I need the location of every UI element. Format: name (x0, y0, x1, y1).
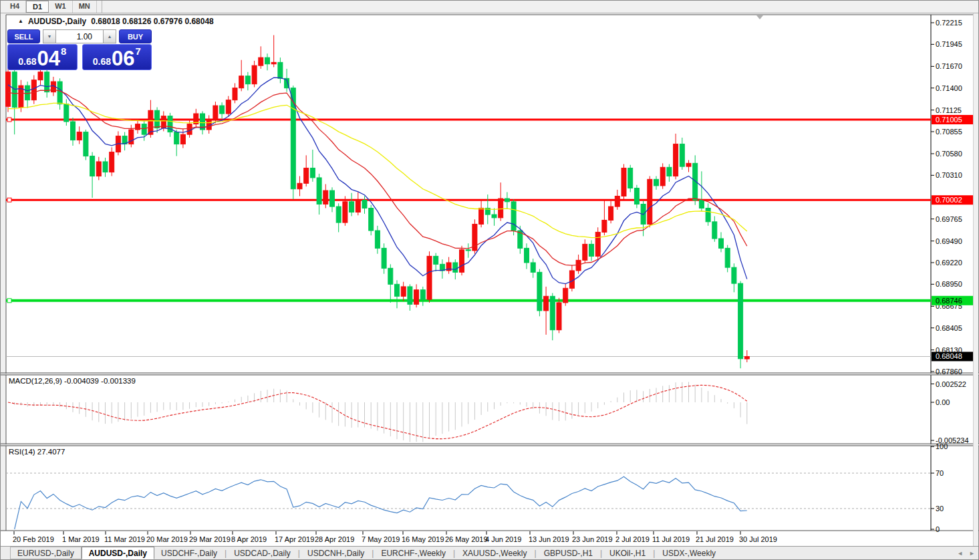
svg-text:0.68048: 0.68048 (936, 352, 962, 360)
svg-text:23 Jun 2019: 23 Jun 2019 (572, 535, 613, 543)
svg-text:21 Jul 2019: 21 Jul 2019 (696, 535, 734, 543)
buy-button[interactable]: BUY (119, 29, 152, 43)
lot-decrease-button[interactable]: ▼ (43, 29, 56, 43)
svg-text:0.71945: 0.71945 (936, 40, 962, 48)
svg-text:0.72215: 0.72215 (936, 19, 962, 27)
one-click-trading-panel: SELL ▼ 1.00 ▲ BUY 0.68 04 8 0.68 06 7 (7, 29, 152, 70)
tab-ukoil-h1[interactable]: UKOil-,H1 (603, 547, 652, 559)
svg-text:100: 100 (936, 442, 948, 450)
timeframe-button-mn[interactable]: MN (73, 1, 97, 13)
tab-scroll-right-icon[interactable]: ► (969, 550, 975, 557)
tab-scroll-arrows: ◄ ► (957, 547, 975, 559)
lot-size-field[interactable]: 1.00 (56, 29, 103, 43)
tab-usdcad-daily[interactable]: USDCAD-,Daily (227, 547, 297, 559)
svg-text:30: 30 (936, 505, 944, 513)
svg-text:0.70855: 0.70855 (936, 128, 962, 136)
svg-text:1 Mar 2019: 1 Mar 2019 (62, 535, 100, 543)
sell-price-display[interactable]: 0.68 04 8 (7, 44, 78, 70)
svg-text:0.71400: 0.71400 (936, 84, 962, 92)
svg-text:0.67860: 0.67860 (936, 368, 962, 376)
svg-text:26 May 2019: 26 May 2019 (445, 535, 488, 543)
lot-spinner: ▼ 1.00 ▲ (43, 29, 116, 43)
svg-text:0.69765: 0.69765 (936, 215, 962, 223)
timeframe-button-h4[interactable]: H4 (4, 1, 26, 13)
chart-title: ▲ AUDUSD-,Daily 0.68018 0.68126 0.67976 … (18, 17, 214, 26)
svg-text:70: 70 (936, 469, 944, 477)
tab-eurchf-weekly[interactable]: EURCHF-,Weekly (374, 547, 452, 559)
chart-tabbar: EURUSD-,DailyAUDUSD-,DailyUSDCHF-,Daily|… (1, 546, 978, 559)
svg-text:0.70580: 0.70580 (936, 150, 962, 158)
svg-text:20 Mar 2019: 20 Mar 2019 (146, 535, 188, 543)
buy-price-sup: 7 (135, 45, 140, 57)
svg-text:4 Jun 2019: 4 Jun 2019 (485, 535, 521, 543)
svg-text:0.00: 0.00 (936, 398, 950, 406)
toolbar-divider (98, 1, 102, 13)
sell-price-big: 04 (37, 49, 59, 69)
svg-text:29 Mar 2019: 29 Mar 2019 (189, 535, 231, 543)
tab-audusd-daily[interactable]: AUDUSD-,Daily (82, 547, 154, 559)
svg-text:20 Feb 2019: 20 Feb 2019 (13, 535, 54, 543)
title-ohlc: 0.68018 0.68126 0.67976 0.68048 (91, 17, 214, 26)
tab-scroll-left-icon[interactable]: ◄ (957, 550, 963, 557)
buy-price-big: 06 (112, 49, 134, 69)
svg-text:0.69220: 0.69220 (936, 259, 962, 267)
svg-text:0.70310: 0.70310 (936, 171, 962, 179)
svg-text:0.68950: 0.68950 (936, 280, 962, 288)
tab-xauusd-weekly[interactable]: XAUUSD-,Weekly (456, 547, 533, 559)
svg-text:8 Apr 2019: 8 Apr 2019 (231, 535, 267, 543)
svg-text:2 Jul 2019: 2 Jul 2019 (615, 535, 650, 543)
triangle-up-icon: ▲ (18, 18, 23, 24)
svg-text:0.002522: 0.002522 (936, 380, 966, 388)
svg-text:7 May 2019: 7 May 2019 (362, 535, 400, 543)
timeframe-button-d1[interactable]: D1 (26, 1, 49, 13)
svg-text:11 Mar 2019: 11 Mar 2019 (104, 535, 145, 543)
svg-text:0.68746: 0.68746 (936, 297, 962, 305)
svg-text:30 Jul 2019: 30 Jul 2019 (739, 535, 777, 543)
svg-text:0.70002: 0.70002 (936, 196, 962, 204)
tab-gbpusd-h1[interactable]: GBPUSD-,H1 (537, 547, 599, 559)
svg-text:0.71125: 0.71125 (936, 106, 962, 114)
tab-usdcnh-daily[interactable]: USDCNH-,Daily (301, 547, 371, 559)
svg-text:0.71670: 0.71670 (936, 62, 962, 70)
svg-text:28 Apr 2019: 28 Apr 2019 (315, 535, 354, 543)
mt4-window: H4D1W1MN 0.722150.719450.716700.714000.7… (0, 0, 979, 560)
svg-text:17 Apr 2019: 17 Apr 2019 (275, 535, 314, 543)
chart-canvas[interactable]: 0.722150.719450.716700.714000.711250.708… (1, 1, 979, 560)
sell-price-prefix: 0.68 (18, 57, 36, 66)
svg-text:0: 0 (936, 525, 940, 533)
svg-text:0.68405: 0.68405 (936, 324, 962, 332)
tab-usdx-weekly[interactable]: USDX-,Weekly (656, 547, 722, 559)
rsi-label: RSI(14) 27.4077 (9, 448, 65, 456)
svg-text:11 Jul 2019: 11 Jul 2019 (652, 535, 690, 543)
macd-label: MACD(12,26,9) -0.004039 -0.001339 (9, 377, 136, 385)
svg-text:16 May 2019: 16 May 2019 (402, 535, 444, 543)
svg-text:0.69490: 0.69490 (936, 237, 962, 245)
lot-increase-button[interactable]: ▲ (103, 29, 116, 43)
sell-price-sup: 8 (61, 45, 66, 57)
title-symbol: AUDUSD-,Daily (28, 17, 86, 26)
vertical-scroll-strip[interactable] (973, 13, 978, 546)
tab-usdchf-daily[interactable]: USDCHF-,Daily (154, 547, 224, 559)
timeframe-toolbar: H4D1W1MN (1, 1, 978, 13)
tab-eurusd-daily[interactable]: EURUSD-,Daily (10, 547, 82, 559)
svg-text:13 Jun 2019: 13 Jun 2019 (529, 535, 569, 543)
buy-price-display[interactable]: 0.68 06 7 (82, 44, 152, 70)
timeframe-button-w1[interactable]: W1 (49, 1, 73, 13)
sell-button[interactable]: SELL (7, 29, 40, 43)
buy-price-prefix: 0.68 (93, 57, 111, 66)
svg-text:0.71005: 0.71005 (936, 116, 962, 124)
